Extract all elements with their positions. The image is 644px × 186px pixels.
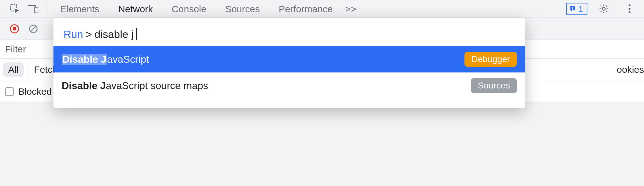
command-palette-input[interactable]: Run >disable j — [53, 18, 525, 46]
svg-point-7 — [629, 8, 630, 10]
svg-point-6 — [629, 4, 630, 6]
tab-elements[interactable]: Elements — [51, 0, 109, 18]
issues-count: 1 — [579, 4, 583, 14]
svg-point-5 — [602, 7, 605, 10]
tab-performance[interactable]: Performance — [269, 0, 342, 18]
gear-icon[interactable] — [594, 0, 613, 18]
text-caret — [136, 28, 137, 40]
svg-rect-3 — [572, 7, 573, 9]
tab-console[interactable]: Console — [162, 0, 216, 18]
kebab-menu-icon[interactable] — [620, 0, 639, 18]
chevron-right-icon: > — [86, 28, 92, 40]
separator — [29, 63, 29, 76]
tabs-overflow-icon[interactable]: >> — [342, 0, 359, 18]
device-toggle-icon[interactable] — [24, 0, 43, 18]
filter-pill-all[interactable]: All — [3, 62, 24, 77]
clear-icon[interactable] — [24, 19, 43, 38]
content-area — [0, 103, 644, 186]
record-button-icon[interactable] — [5, 19, 24, 38]
command-palette-run-label: Run — [64, 28, 83, 40]
svg-rect-10 — [13, 27, 16, 30]
filter-pill-cookies-partial[interactable]: ookies — [613, 59, 644, 81]
blocked-checkbox[interactable] — [5, 87, 14, 96]
blocked-label: Blocked — [18, 86, 52, 97]
separator — [47, 3, 47, 14]
inspect-element-icon[interactable] — [5, 0, 24, 18]
filter-input[interactable]: Filter — [5, 44, 26, 55]
svg-line-12 — [31, 26, 36, 32]
issues-badge[interactable]: 1 — [566, 3, 587, 15]
command-result-label: Disable JavaScript — [62, 54, 149, 65]
command-palette: Run >disable j Disable JavaScript Debugg… — [53, 18, 525, 108]
svg-rect-4 — [572, 9, 573, 10]
command-result-label: Disable JavaScript source maps — [62, 80, 208, 92]
svg-point-8 — [629, 11, 630, 13]
tab-sources[interactable]: Sources — [216, 0, 269, 18]
command-result-tag: Sources — [471, 78, 517, 93]
svg-rect-2 — [34, 7, 38, 13]
command-result[interactable]: Disable JavaScript Debugger — [53, 46, 525, 72]
command-palette-query: disable j — [94, 28, 134, 40]
command-result[interactable]: Disable JavaScript source maps Sources — [53, 72, 525, 99]
command-result-tag: Debugger — [464, 52, 517, 67]
tab-network[interactable]: Network — [109, 0, 162, 18]
